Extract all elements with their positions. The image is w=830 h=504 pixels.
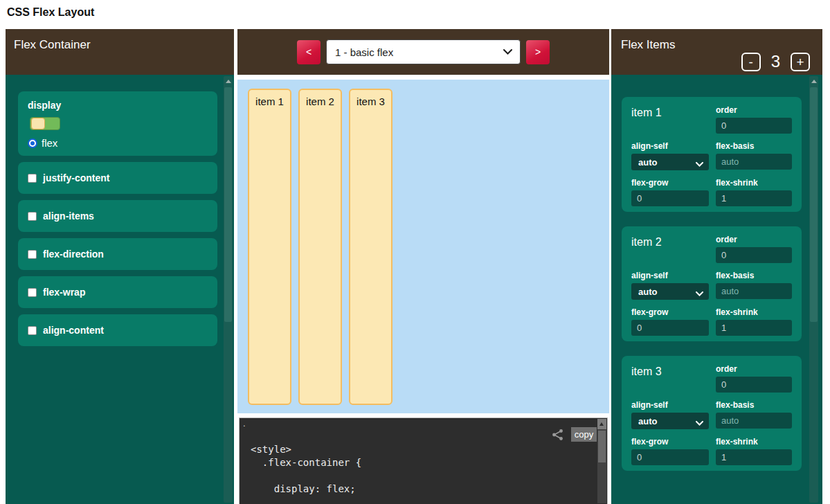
flex-direction-checkbox[interactable]	[28, 250, 37, 259]
flex-wrap-label: flex-wrap	[43, 287, 85, 298]
share-icon[interactable]	[552, 429, 564, 441]
flex-wrap-card: flex-wrap	[18, 276, 217, 308]
add-item-button[interactable]: +	[791, 53, 810, 71]
flex-basis-field: flex-basis	[716, 400, 792, 429]
flex-container-body: display flex justify-content align-items…	[6, 75, 234, 504]
right-panel-scrollbar[interactable]	[809, 76, 818, 503]
scrollbar-thumb[interactable]	[224, 87, 232, 322]
flex-shrink-label: flex-shrink	[716, 437, 792, 447]
align-self-label: align-self	[631, 400, 709, 410]
scroll-up-icon[interactable]	[811, 80, 817, 83]
justify-content-label: justify-content	[43, 172, 109, 183]
copy-button[interactable]: copy	[571, 427, 597, 442]
flex-basis-field: flex-basis	[716, 271, 792, 300]
flex-items-title: Flex Items	[621, 38, 675, 52]
item-name: item 3	[631, 364, 709, 393]
flex-grow-field: flex-grow	[631, 437, 709, 465]
preset-select-wrap: 1 - basic flex	[326, 39, 521, 64]
flex-basis-label: flex-basis	[716, 400, 792, 410]
scroll-up-icon[interactable]	[226, 80, 231, 83]
flex-shrink-input[interactable]	[716, 190, 792, 206]
flex-items-header: Flex Items - 3 +	[611, 29, 822, 75]
align-self-label: align-self	[631, 141, 709, 151]
preset-nav-header: < 1 - basic flex >	[237, 29, 609, 75]
left-panel-scrollbar[interactable]	[224, 76, 233, 503]
flex-direction-card: flex-direction	[18, 238, 217, 270]
item-3-card: item 3 order align-self auto flex-basis	[622, 356, 802, 471]
flex-shrink-input[interactable]	[716, 449, 792, 465]
flex-basis-label: flex-basis	[716, 271, 792, 280]
align-self-label: align-self	[631, 271, 709, 280]
flex-basis-label: flex-basis	[716, 141, 792, 151]
flex-grow-input[interactable]	[631, 449, 709, 465]
flex-shrink-field: flex-shrink	[716, 437, 792, 465]
app: CSS Flex Layout Flex Container display f…	[0, 0, 830, 504]
flex-shrink-label: flex-shrink	[716, 307, 792, 317]
align-content-card: align-content	[18, 314, 217, 346]
justify-content-checkbox[interactable]	[28, 174, 37, 183]
item-1-card: item 1 order align-self auto flex-basis	[622, 97, 802, 212]
justify-content-card: justify-content	[18, 162, 217, 194]
align-items-label: align-items	[43, 210, 94, 222]
order-label: order	[716, 364, 792, 374]
flex-shrink-input[interactable]	[716, 320, 792, 336]
flex-basis-input[interactable]	[716, 154, 792, 170]
item-name: item 1	[631, 105, 709, 134]
flex-grow-input[interactable]	[631, 190, 709, 206]
flex-shrink-label: flex-shrink	[716, 178, 792, 188]
scrollbar-thumb[interactable]	[810, 87, 818, 322]
next-preset-button[interactable]: >	[526, 40, 550, 64]
align-content-checkbox[interactable]	[28, 326, 37, 335]
align-items-checkbox[interactable]	[28, 212, 37, 221]
item-count-controls: - 3 +	[741, 52, 810, 71]
align-self-select[interactable]: auto	[631, 413, 709, 429]
preview-item-3: item 3	[349, 89, 393, 405]
item-name: item 2	[631, 235, 709, 263]
code-scrollbar[interactable]	[597, 419, 606, 503]
order-label: order	[716, 105, 792, 115]
order-input[interactable]	[716, 247, 792, 263]
flex-wrap-checkbox[interactable]	[28, 288, 37, 297]
remove-item-button[interactable]: -	[741, 53, 761, 71]
order-input[interactable]	[716, 377, 792, 393]
display-toggle[interactable]	[30, 117, 60, 130]
flex-grow-input[interactable]	[631, 320, 709, 336]
page-title: CSS Flex Layout	[7, 6, 94, 19]
flex-preview-container: item 1 item 2 item 3	[237, 80, 609, 413]
display-flex-option[interactable]: flex	[28, 137, 208, 149]
align-self-select[interactable]: auto	[631, 154, 709, 170]
prev-preset-button[interactable]: <	[297, 40, 321, 64]
radio-selected-icon[interactable]	[28, 138, 37, 148]
scrollbar-thumb[interactable]	[598, 431, 606, 462]
flex-grow-field: flex-grow	[631, 307, 709, 336]
preset-nav: < 1 - basic flex >	[237, 29, 609, 75]
flex-basis-input[interactable]	[716, 283, 792, 299]
scroll-up-icon[interactable]	[597, 419, 606, 429]
flex-items-body: item 1 order align-self auto flex-basis	[611, 75, 822, 504]
preview-item-1: item 1	[248, 89, 291, 405]
flex-grow-field: flex-grow	[631, 178, 709, 206]
flex-basis-input[interactable]	[716, 413, 792, 429]
flex-grow-label: flex-grow	[631, 178, 709, 188]
preset-select[interactable]: 1 - basic flex	[326, 39, 521, 64]
order-input[interactable]	[716, 118, 792, 134]
display-label: display	[28, 100, 208, 111]
flex-container-title: Flex Container	[14, 38, 91, 52]
code-panel: . copy <style> .flex-container { display…	[239, 417, 608, 504]
flex-grow-label: flex-grow	[631, 307, 709, 317]
order-field: order	[716, 364, 792, 393]
align-self-select[interactable]: auto	[631, 283, 709, 300]
order-field: order	[716, 105, 792, 134]
order-label: order	[716, 235, 792, 244]
align-items-card: align-items	[18, 200, 217, 232]
code-bullet: .	[243, 418, 246, 429]
preview-item-2: item 2	[298, 89, 342, 405]
radio-label: flex	[42, 137, 57, 149]
code-content: <style> .flex-container { display: flex;	[251, 443, 361, 496]
display-card: display flex	[18, 91, 217, 156]
flex-direction-label: flex-direction	[43, 249, 104, 260]
align-self-field: align-self auto	[631, 400, 709, 429]
order-field: order	[716, 235, 792, 263]
item-2-card: item 2 order align-self auto flex-basis	[622, 226, 802, 341]
flex-basis-field: flex-basis	[716, 141, 792, 170]
